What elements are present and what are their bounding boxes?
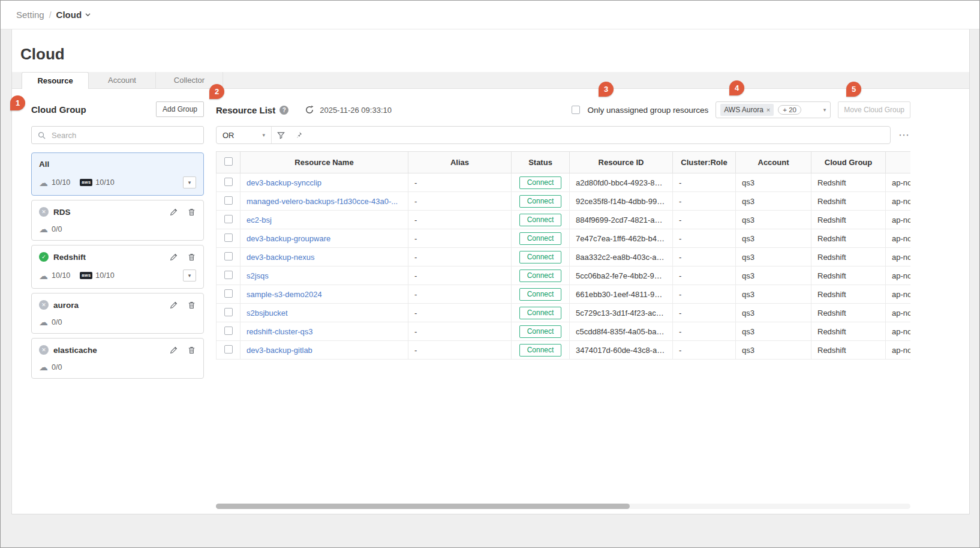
- cloud-group-cell: Redshift: [811, 248, 886, 266]
- cloud-icon: ☁: [39, 363, 48, 372]
- remove-tag-icon[interactable]: ×: [766, 106, 770, 113]
- row-checkbox[interactable]: [224, 327, 233, 335]
- row-checkbox[interactable]: [224, 178, 233, 186]
- delete-group-icon[interactable]: [187, 252, 196, 262]
- group-aws-count: 10/10: [95, 178, 114, 187]
- column-header: Resource ID: [570, 152, 673, 173]
- group-name: aurora: [53, 301, 79, 310]
- row-checkbox[interactable]: [224, 271, 233, 279]
- move-cloud-group-button[interactable]: Move Cloud Group: [838, 101, 910, 118]
- resource-id-cell: 884f9699-2cd7-4821-a260...: [570, 211, 673, 229]
- cloud-group-cell: Redshift: [811, 341, 886, 360]
- add-group-button[interactable]: Add Group: [156, 101, 204, 117]
- account-cell: qs3: [736, 173, 811, 192]
- resource-name-link[interactable]: s2jsqs: [246, 271, 269, 280]
- edit-group-icon[interactable]: [169, 252, 178, 262]
- row-checkbox[interactable]: [224, 289, 233, 298]
- resource-name-link[interactable]: s2bsjbucket: [246, 309, 288, 318]
- tab-resource[interactable]: Resource: [22, 72, 89, 89]
- row-checkbox[interactable]: [224, 308, 233, 316]
- resource-name-link[interactable]: ec2-bsj: [246, 215, 272, 224]
- region-cell: ap-nor: [886, 304, 911, 322]
- breadcrumb-cloud-label: Cloud: [56, 10, 82, 20]
- group-expand-button[interactable]: ▾: [183, 176, 196, 188]
- group-search-input[interactable]: [50, 130, 198, 140]
- aws-icon: aws: [80, 179, 92, 186]
- table-row: dev3-backup-nexus - Connect 8aa332c2-ea8…: [217, 248, 911, 266]
- filter-funnel-icon[interactable]: [272, 127, 290, 143]
- edit-group-icon[interactable]: [169, 207, 178, 217]
- region-cell: ap-nor: [886, 322, 911, 341]
- row-checkbox[interactable]: [224, 215, 233, 223]
- filter-more-count[interactable]: + 20: [778, 105, 801, 115]
- group-cloud-count: 0/0: [52, 363, 62, 372]
- edit-group-icon[interactable]: [169, 300, 178, 310]
- more-options-icon[interactable]: ⋯: [897, 130, 910, 140]
- cloud-settings-card: Cloud ResourceAccountCollector Cloud Gro…: [11, 29, 970, 514]
- row-checkbox[interactable]: [224, 252, 233, 260]
- select-all-checkbox[interactable]: [224, 157, 233, 166]
- resource-id-cell: 3474017d-60de-43c8-acef...: [570, 341, 673, 360]
- account-cell: qs3: [736, 192, 811, 211]
- row-checkbox[interactable]: [224, 233, 233, 242]
- group-status-icon: ✕: [39, 300, 49, 310]
- resource-name-link[interactable]: sample-s3-demo2024: [246, 290, 322, 299]
- refresh-icon[interactable]: [304, 104, 315, 115]
- column-header: Cluster:Role: [673, 152, 736, 173]
- cloud-group-card[interactable]: ✓ Redshift ☁ 10/10 aws 10/10 ▾: [31, 245, 204, 289]
- callout-badge-5: 5: [846, 82, 861, 97]
- resource-name-link[interactable]: dev3-backup-syncclip: [246, 178, 321, 187]
- delete-group-icon[interactable]: [187, 207, 196, 217]
- operator-select[interactable]: OR ▾: [217, 127, 272, 143]
- row-checkbox[interactable]: [224, 196, 233, 205]
- group-expand-button[interactable]: ▾: [183, 269, 196, 282]
- resource-name-link[interactable]: managed-velero-backups-f1d30cce-43a0-...: [246, 197, 398, 206]
- status-badge: Connect: [519, 195, 562, 208]
- table-body: dev3-backup-syncclip - Connect a2d80fd0-…: [217, 173, 911, 360]
- alias-cell: -: [408, 173, 512, 192]
- cloud-group-card[interactable]: ✕ elasticache ☁ 0/0: [31, 338, 204, 379]
- search-icon: [37, 131, 46, 140]
- account-cell: qs3: [736, 285, 811, 304]
- resource-id-cell: 7e47c7ea-1ff6-462b-b4ff-...: [570, 229, 673, 248]
- group-search-box[interactable]: [31, 126, 204, 144]
- breadcrumb-setting[interactable]: Setting: [16, 10, 44, 20]
- content-area: Cloud Group Add Group All ☁ 10/10: [12, 89, 969, 510]
- cluster-role-cell: -: [673, 192, 736, 211]
- delete-group-icon[interactable]: [187, 300, 196, 310]
- cloud-group-card[interactable]: ✕ RDS ☁ 0/0: [31, 200, 204, 241]
- cluster-role-cell: -: [673, 229, 736, 248]
- resource-table: Resource NameAliasStatusResource IDClust…: [216, 151, 910, 360]
- account-cell: qs3: [736, 211, 811, 229]
- pin-icon[interactable]: [290, 127, 308, 143]
- callout-badge-2: 2: [209, 84, 224, 99]
- resource-name-link[interactable]: redshift-cluster-qs3: [246, 327, 313, 336]
- delete-group-icon[interactable]: [187, 345, 196, 355]
- cloud-group-card[interactable]: ✕ aurora ☁ 0/0: [31, 293, 204, 334]
- region-cell: ap-nor: [886, 248, 911, 266]
- workspace-background: Cloud ResourceAccountCollector Cloud Gro…: [1, 29, 979, 547]
- resource-name-link[interactable]: dev3-backup-groupware: [246, 234, 330, 243]
- provider-filter-select[interactable]: AWS Aurora × + 20 ▾: [716, 101, 831, 118]
- resource-name-link[interactable]: dev3-backup-gitlab: [246, 346, 312, 355]
- account-cell: qs3: [736, 304, 811, 322]
- only-unassigned-checkbox[interactable]: [572, 106, 580, 114]
- cluster-role-cell: -: [673, 266, 736, 285]
- row-checkbox[interactable]: [224, 345, 233, 354]
- filter-tag-chip[interactable]: AWS Aurora ×: [720, 104, 774, 116]
- edit-group-icon[interactable]: [169, 345, 178, 355]
- breadcrumb-cloud[interactable]: Cloud: [56, 10, 92, 20]
- breadcrumb-separator: /: [49, 10, 52, 20]
- status-badge: Connect: [519, 269, 562, 282]
- resource-id-cell: 5cc06ba2-fe7e-4bb2-986b...: [570, 266, 673, 285]
- resource-name-link[interactable]: dev3-backup-nexus: [246, 253, 314, 262]
- alias-cell: -: [408, 285, 512, 304]
- column-header: Alias: [408, 152, 512, 173]
- status-badge: Connect: [519, 176, 562, 189]
- group-cloud-count: 10/10: [52, 178, 70, 187]
- horizontal-scrollbar-track[interactable]: [216, 504, 910, 509]
- help-icon[interactable]: ?: [279, 106, 288, 115]
- cloud-group-card[interactable]: All ☁ 10/10 aws 10/10 ▾: [31, 152, 204, 196]
- tab-account[interactable]: Account: [89, 72, 156, 88]
- horizontal-scrollbar-thumb[interactable]: [216, 504, 630, 509]
